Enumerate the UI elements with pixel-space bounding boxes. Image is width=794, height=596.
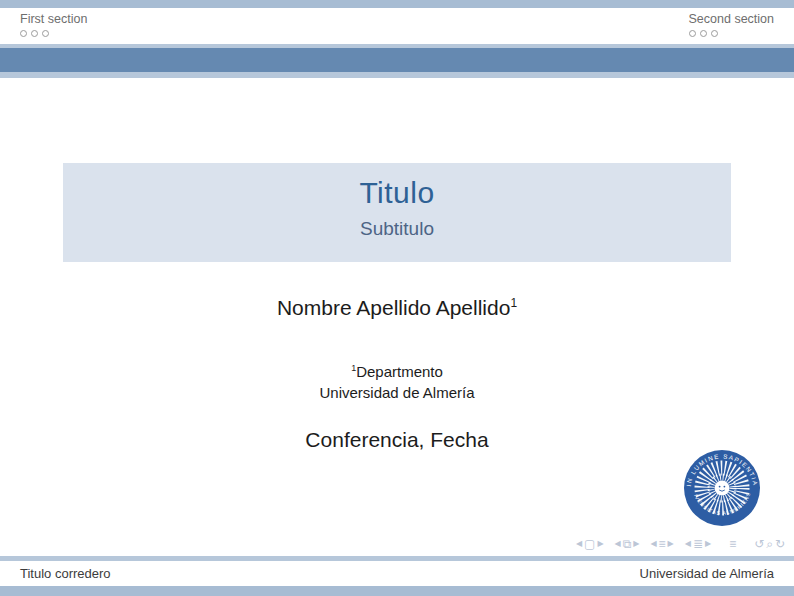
search-icon[interactable]: ⌕	[765, 536, 774, 552]
header-bar	[0, 48, 794, 72]
frame-dots-first	[20, 30, 87, 37]
next-subsection-icon[interactable]: ▶	[667, 536, 675, 552]
section-icon[interactable]: ≣	[692, 536, 704, 552]
slide-title: Titulo	[63, 176, 731, 210]
frame-dot[interactable]	[689, 30, 696, 37]
section-nav-first: First section	[20, 12, 87, 37]
author-line: Nombre Apellido Apellido1	[0, 296, 794, 320]
appendix-icon[interactable]: ≡	[728, 536, 737, 552]
slide-subtitle: Subtitulo	[63, 218, 731, 240]
conference-date: Conferencia, Fecha	[0, 428, 794, 452]
beamer-slide: First section Second section Titulo Subt…	[0, 0, 794, 596]
footer-short-title: Titulo corredero	[20, 566, 111, 581]
title-block: Titulo Subtitulo	[63, 163, 731, 262]
next-section-icon[interactable]: ▶	[704, 536, 712, 552]
prev-frame-icon[interactable]: ◀	[614, 536, 622, 552]
footer-institution: Universidad de Almería	[640, 566, 774, 581]
frame-dots-second	[689, 30, 774, 37]
forward-icon[interactable]: ↻	[774, 536, 786, 552]
frame-dot[interactable]	[20, 30, 27, 37]
footer-strip-lower	[0, 586, 794, 596]
institute-line-2: Universidad de Almería	[0, 382, 794, 403]
author-footnote-mark: 1	[510, 296, 517, 310]
back-icon[interactable]: ↺	[753, 536, 765, 552]
frame-dot[interactable]	[42, 30, 49, 37]
frame-dot[interactable]	[711, 30, 718, 37]
university-seal-logo: IN LUMINE SAPIENTIA VNIVERSITAS ALMERIEN…	[682, 448, 762, 528]
next-slide-icon[interactable]: ▶	[596, 536, 604, 552]
section-link-second[interactable]: Second section	[689, 12, 774, 26]
header-strip-lower	[0, 72, 794, 78]
author-name: Nombre Apellido Apellido	[277, 296, 510, 319]
frame-dot[interactable]	[700, 30, 707, 37]
institute-line-1: 1Departmento	[0, 358, 794, 382]
frame-icon[interactable]: ⧉	[622, 536, 633, 552]
prev-subsection-icon[interactable]: ◀	[649, 536, 657, 552]
frame-dot[interactable]	[31, 30, 38, 37]
institute-block: 1Departmento Universidad de Almería	[0, 358, 794, 403]
next-frame-icon[interactable]: ▶	[632, 536, 640, 552]
section-link-first[interactable]: First section	[20, 12, 87, 26]
footer-band: Titulo corredero Universidad de Almería	[0, 561, 794, 586]
navigation-symbols: ◀ ▢ ▶ ◀ ⧉ ▶ ◀ ≡ ▶ ◀ ≣ ▶ ≡ ↺ ⌕ ↻	[566, 536, 786, 552]
top-strip	[0, 0, 794, 8]
section-nav-second: Second section	[689, 12, 774, 37]
subsection-icon[interactable]: ≡	[658, 536, 667, 552]
prev-slide-icon[interactable]: ◀	[575, 536, 583, 552]
prev-section-icon[interactable]: ◀	[684, 536, 692, 552]
slide-icon[interactable]: ▢	[583, 536, 596, 552]
